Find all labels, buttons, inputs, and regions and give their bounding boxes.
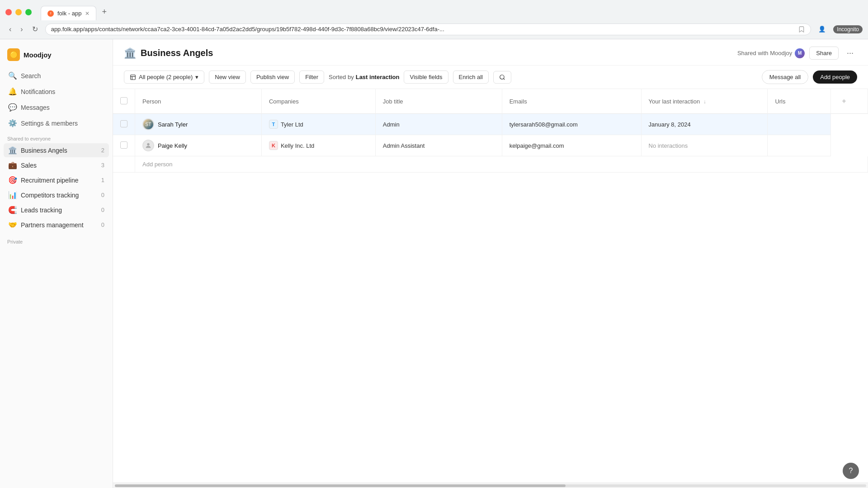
sidebar-item-messages[interactable]: 💬 Messages xyxy=(4,100,109,115)
help-icon: ? xyxy=(849,467,853,475)
svg-point-4 xyxy=(147,143,149,145)
profile-button[interactable]: 👤 xyxy=(815,24,830,34)
sorted-badge: Sorted by Last interaction xyxy=(329,74,399,80)
partners-label: Partners management xyxy=(21,221,98,229)
table-header-row: Person Companies Job title Emails Your l… xyxy=(113,89,868,114)
search-icon xyxy=(499,74,505,80)
url-text: app.folk.app/apps/contacts/network/ccaa7… xyxy=(51,26,795,33)
sidebar-item-partners[interactable]: 🤝 Partners management 0 xyxy=(4,218,109,232)
visible-fields-button[interactable]: Visible fields xyxy=(404,70,448,84)
forward-button[interactable]: › xyxy=(17,23,26,35)
row-1-name[interactable]: Sarah Tyler xyxy=(158,121,188,128)
row-2-person: Paige Kelly ··· xyxy=(142,140,254,151)
sidebar-messages-label: Messages xyxy=(21,104,50,111)
app-container: 🟡 Moodjoy 🔍 Search 🔔 Notifications 💬 Mes… xyxy=(0,39,868,488)
col-header-companies: Companies xyxy=(261,89,375,114)
sidebar-item-search[interactable]: 🔍 Search xyxy=(4,68,109,83)
sidebar-settings-label: Settings & members xyxy=(21,120,78,127)
row-1-company-initial: T xyxy=(272,122,275,127)
row-1-avatar-initials: ST xyxy=(146,122,151,127)
table-icon xyxy=(130,74,136,80)
more-options-button[interactable]: ··· xyxy=(843,47,857,60)
row-1-company-cell: T Tyler Ltd xyxy=(261,114,375,135)
page-icon: 🏛️ xyxy=(124,47,136,59)
sorted-field: Last interaction xyxy=(356,74,400,80)
sort-icon: ↓ xyxy=(703,99,706,105)
add-person-checkbox-cell xyxy=(113,156,135,173)
sales-icon: 💼 xyxy=(8,161,17,169)
page-header: 🏛️ Business Angels Shared with Moodjoy M… xyxy=(113,39,868,66)
leads-icon: 🧲 xyxy=(8,206,17,214)
incognito-badge: Incognito xyxy=(833,25,863,33)
row-1-email-cell: tylersarah508@gmail.com xyxy=(502,114,641,135)
row-2-checkbox-cell xyxy=(113,135,135,156)
scrollbar-thumb[interactable] xyxy=(115,484,566,487)
row-2-company-badge: K xyxy=(269,141,278,150)
browser-chrome: f folk - app ✕ + ‹ › ↻ app.folk.app/apps… xyxy=(0,0,868,39)
new-tab-button[interactable]: + xyxy=(98,4,110,20)
back-button[interactable]: ‹ xyxy=(5,23,15,35)
row-2-email-cell: kelpaige@gmail.com xyxy=(502,135,641,156)
sidebar-item-leads[interactable]: 🧲 Leads tracking 0 xyxy=(4,203,109,217)
sidebar-item-recruitment[interactable]: 🎯 Recruitment pipeline 1 xyxy=(4,173,109,187)
partners-icon: 🤝 xyxy=(8,221,17,229)
row-1-interaction-cell: January 8, 2024 xyxy=(641,114,768,135)
enrich-all-button[interactable]: Enrich all xyxy=(453,70,489,84)
minimize-window-button[interactable] xyxy=(15,9,22,15)
tab-title: folk - app xyxy=(57,10,81,17)
row-1-jobtitle-cell: Admin xyxy=(375,114,502,135)
browser-controls xyxy=(5,9,32,15)
row-2-name[interactable]: Paige Kelly xyxy=(158,142,187,149)
browser-actions: 👤 Incognito xyxy=(815,24,863,34)
sidebar-item-settings[interactable]: ⚙️ Settings & members xyxy=(4,116,109,131)
share-button[interactable]: Share xyxy=(809,47,839,60)
leads-label: Leads tracking xyxy=(21,206,98,214)
competitors-count: 0 xyxy=(101,192,104,198)
horizontal-scrollbar[interactable] xyxy=(113,483,868,488)
all-people-label: All people (2 people) xyxy=(139,74,193,80)
competitors-icon: 📊 xyxy=(8,191,17,199)
row-2-more-button[interactable]: ··· xyxy=(191,141,202,150)
add-people-button[interactable]: Add people xyxy=(813,70,857,84)
org-name: Moodjoy xyxy=(24,51,52,59)
close-window-button[interactable] xyxy=(5,9,12,15)
add-column-button[interactable]: + xyxy=(838,94,849,109)
publish-view-button[interactable]: Publish view xyxy=(250,70,295,84)
search-contacts-button[interactable] xyxy=(493,71,511,84)
row-1-company-badge: T xyxy=(269,120,278,129)
sidebar-header: 🟡 Moodjoy xyxy=(0,45,113,68)
sidebar-item-competitors[interactable]: 📊 Competitors tracking 0 xyxy=(4,188,109,202)
filter-button[interactable]: Filter xyxy=(299,70,324,84)
new-view-button[interactable]: New view xyxy=(209,70,246,84)
all-people-button[interactable]: All people (2 people) ▾ xyxy=(124,70,204,84)
add-person-cell[interactable]: Add person xyxy=(135,156,868,173)
competitors-label: Competitors tracking xyxy=(21,192,98,199)
col-header-job-title: Job title xyxy=(375,89,502,114)
business-angels-label: Business Angels xyxy=(21,147,98,154)
sidebar-item-business-angels[interactable]: 🏛️ Business Angels 2 xyxy=(4,143,109,157)
sales-label: Sales xyxy=(21,162,98,169)
row-2-company-initial: K xyxy=(272,143,275,148)
row-1-urls-cell xyxy=(768,114,831,135)
business-angels-count: 2 xyxy=(101,147,104,154)
last-interaction-label: Your last interaction xyxy=(649,98,700,105)
help-button[interactable]: ? xyxy=(843,463,859,479)
reload-button[interactable]: ↻ xyxy=(28,23,42,35)
row-1-checkbox[interactable] xyxy=(120,120,127,127)
add-person-row[interactable]: Add person xyxy=(113,156,868,173)
url-bar[interactable]: app.folk.app/apps/contacts/network/ccaa7… xyxy=(45,23,811,35)
maximize-window-button[interactable] xyxy=(25,9,32,15)
browser-tab[interactable]: f folk - app ✕ xyxy=(41,6,96,20)
row-2-checkbox[interactable] xyxy=(120,141,127,149)
select-all-checkbox[interactable] xyxy=(120,97,127,104)
tab-close-button[interactable]: ✕ xyxy=(85,10,90,17)
address-bar: ‹ › ↻ app.folk.app/apps/contacts/network… xyxy=(0,20,868,39)
page-title: Business Angels xyxy=(141,48,213,58)
sidebar-item-sales[interactable]: 💼 Sales 3 xyxy=(4,158,109,172)
row-2-avatar xyxy=(142,140,154,151)
sidebar-groups: 🏛️ Business Angels 2 💼 Sales 3 🎯 Recruit… xyxy=(0,143,113,232)
col-header-checkbox xyxy=(113,89,135,114)
row-1-more-button[interactable]: ··· xyxy=(191,120,202,129)
sidebar-item-notifications[interactable]: 🔔 Notifications xyxy=(4,84,109,99)
message-all-button[interactable]: Message all xyxy=(762,70,808,84)
